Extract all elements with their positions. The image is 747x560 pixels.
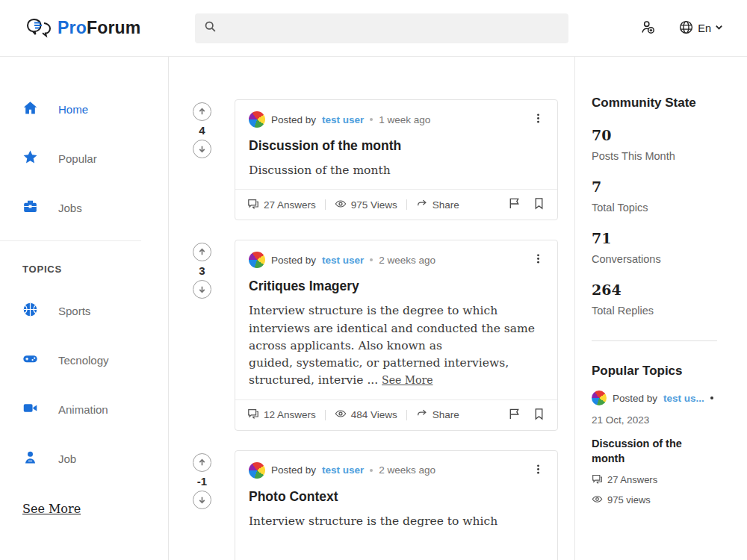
dot-separator xyxy=(370,469,373,472)
sidebar-topic-sports[interactable]: Sports xyxy=(0,294,168,327)
search-bar[interactable] xyxy=(195,13,568,43)
kebab-menu-icon xyxy=(533,115,544,126)
posted-by-label: Posted by xyxy=(613,393,657,404)
post-see-more-link[interactable]: See More xyxy=(382,374,433,386)
video-camera-icon xyxy=(22,400,38,419)
sidebar-topic-label: Tecnology xyxy=(58,354,109,367)
chat-bubble-logo-icon xyxy=(26,16,52,41)
dot-separator xyxy=(370,118,373,121)
post-title[interactable]: Photo Context xyxy=(249,489,544,505)
add-user-button[interactable] xyxy=(640,19,656,37)
post-row: 3 Posted by test user 2 xyxy=(193,240,558,430)
footer-separator xyxy=(325,199,326,210)
post-footer: 12 Answers 484 Views xyxy=(235,399,557,430)
star-icon xyxy=(22,149,38,168)
sidebar-item-popular[interactable]: Popular xyxy=(0,142,168,175)
upvote-button[interactable] xyxy=(193,453,211,472)
report-flag-button[interactable] xyxy=(508,408,521,423)
post-title[interactable]: Discussion of the month xyxy=(249,138,544,154)
share-button[interactable]: Share xyxy=(416,408,459,422)
author-link[interactable]: test user xyxy=(322,114,364,125)
stat-label: Conversations xyxy=(592,253,732,265)
sidebar-topic-tecnology[interactable]: Tecnology xyxy=(0,343,168,376)
popular-post-date: 21 Oct, 2023 xyxy=(592,414,732,426)
brand-name: ProForum xyxy=(58,18,141,38)
bookmark-icon xyxy=(533,408,545,423)
post-row: 4 Posted by test user 1 xyxy=(193,99,558,220)
post-time: 2 weeks ago xyxy=(379,255,436,266)
vote-controls: -1 xyxy=(193,450,235,560)
answers-count[interactable]: 12 Answers xyxy=(247,408,316,422)
popular-answers-count: 27 Answers xyxy=(592,473,732,487)
sidebar-item-label: Home xyxy=(58,103,88,116)
eye-icon xyxy=(335,198,347,212)
search-icon xyxy=(204,20,217,36)
kebab-menu-icon xyxy=(533,466,544,477)
post-title[interactable]: Critiques Imagery xyxy=(249,279,544,294)
sidebar-topic-job[interactable]: Job xyxy=(0,442,168,475)
popular-post-title[interactable]: Discussion of the month xyxy=(592,436,689,467)
right-sidebar-divider xyxy=(592,340,717,341)
popular-views-count: 975 views xyxy=(592,494,732,507)
sidebar-see-more-link[interactable]: See More xyxy=(22,502,81,516)
briefcase-icon xyxy=(22,199,38,217)
author-link[interactable]: test user xyxy=(322,464,364,476)
post-card: Posted by test user 2 weeks ago xyxy=(235,450,558,560)
downvote-button[interactable] xyxy=(193,140,211,158)
search-input[interactable] xyxy=(223,22,560,34)
eye-icon xyxy=(335,408,347,422)
globe-icon xyxy=(678,19,694,37)
home-icon xyxy=(22,100,38,119)
chat-bubble-icon xyxy=(247,198,259,212)
left-sidebar: Home Popular Jobs xyxy=(0,57,169,560)
stat-conversations: 71 Conversations xyxy=(592,230,732,265)
share-icon xyxy=(416,198,428,212)
post-feed: 4 Posted by test user 1 xyxy=(169,57,575,560)
eye-icon xyxy=(592,494,603,507)
upvote-button[interactable] xyxy=(193,243,211,261)
stat-label: Posts This Month xyxy=(592,150,732,162)
author-link[interactable]: test us... xyxy=(663,393,704,404)
bookmark-button[interactable] xyxy=(533,197,545,212)
popular-post-meta: Posted by test us... xyxy=(592,391,732,405)
post-body: Interview structure is the degree to whi… xyxy=(249,513,544,530)
posted-by-label: Posted by xyxy=(271,464,316,476)
bookmark-button[interactable] xyxy=(533,408,545,423)
sidebar-item-jobs[interactable]: Jobs xyxy=(0,191,168,224)
views-count: 975 Views xyxy=(335,198,397,212)
top-header: ProForum xyxy=(0,0,747,57)
post-menu-button[interactable] xyxy=(533,464,544,477)
author-link[interactable]: test user xyxy=(322,255,364,266)
post-menu-button[interactable] xyxy=(533,113,544,126)
answers-count[interactable]: 27 Answers xyxy=(247,198,316,212)
post-menu-button[interactable] xyxy=(533,253,544,267)
post-card: Posted by test user 2 weeks ago xyxy=(235,240,558,430)
sidebar-divider xyxy=(0,240,141,241)
sidebar-item-label: Popular xyxy=(58,152,97,165)
sidebar-topic-label: Sports xyxy=(58,305,90,317)
vote-count: 3 xyxy=(193,264,211,277)
post-body: Discussion of the month xyxy=(249,162,544,179)
share-button[interactable]: Share xyxy=(416,198,459,212)
downvote-button[interactable] xyxy=(193,491,211,509)
bookmark-icon xyxy=(533,197,545,212)
person-icon xyxy=(22,449,38,468)
post-time: 1 week ago xyxy=(379,114,430,125)
gamepad-icon xyxy=(22,351,38,370)
downvote-button[interactable] xyxy=(193,280,211,299)
report-flag-button[interactable] xyxy=(508,197,521,212)
post-time: 2 weeks ago xyxy=(379,464,436,476)
brand-logo[interactable]: ProForum xyxy=(26,16,141,41)
kebab-menu-icon xyxy=(533,255,544,267)
sidebar-topic-animation[interactable]: Animation xyxy=(0,393,168,426)
chevron-down-icon xyxy=(715,22,723,34)
language-label: En xyxy=(698,22,711,34)
stat-value: 264 xyxy=(592,281,732,298)
post-card: Posted by test user 1 week ago xyxy=(235,99,558,220)
language-selector[interactable]: En xyxy=(678,19,723,37)
content-area: Home Popular Jobs xyxy=(0,57,747,560)
upvote-button[interactable] xyxy=(193,102,211,121)
proforum-page: ProForum xyxy=(0,0,747,560)
avatar xyxy=(249,111,265,128)
sidebar-item-home[interactable]: Home xyxy=(0,93,168,125)
